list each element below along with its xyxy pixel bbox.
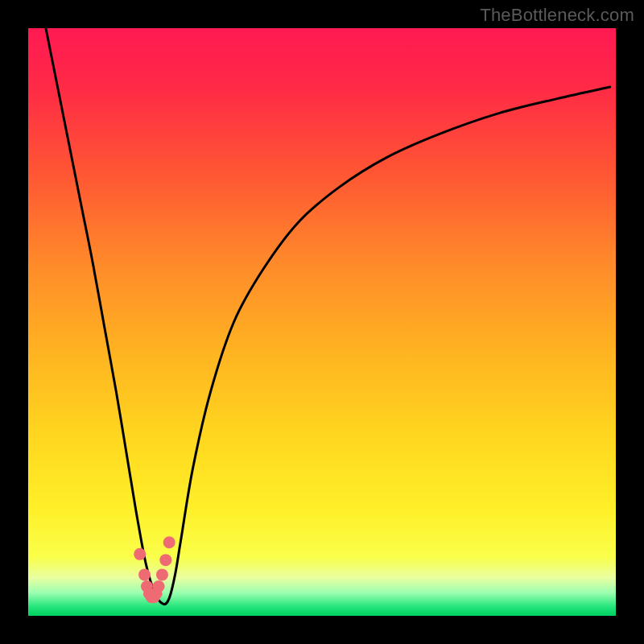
optimal-dot bbox=[163, 536, 175, 548]
optimal-dot bbox=[159, 554, 171, 566]
optimal-dot bbox=[138, 568, 151, 580]
chart-frame: TheBottleneck.com bbox=[0, 0, 644, 644]
plot-area bbox=[28, 28, 616, 616]
gradient-background bbox=[28, 28, 616, 616]
chart-svg bbox=[28, 28, 616, 616]
optimal-dot bbox=[153, 580, 165, 592]
optimal-dot bbox=[156, 568, 168, 580]
optimal-dot bbox=[134, 548, 146, 560]
watermark-text: TheBottleneck.com bbox=[480, 5, 634, 26]
